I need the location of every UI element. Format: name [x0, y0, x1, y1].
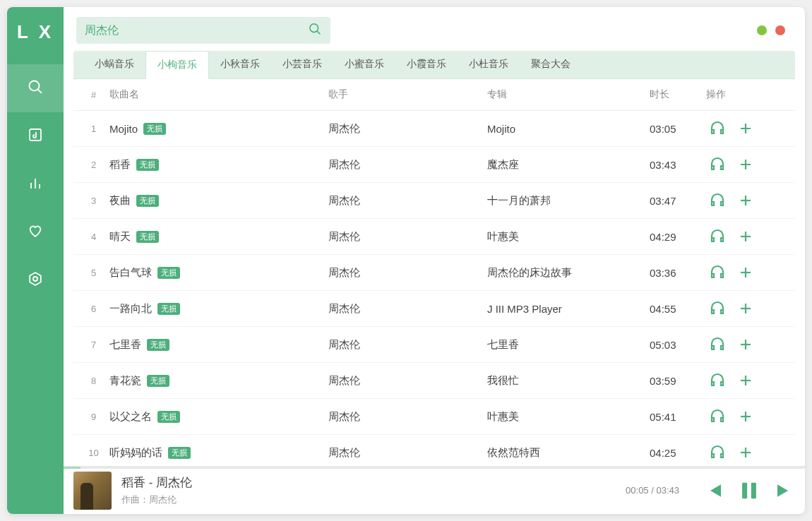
svg-marker-6 — [30, 273, 41, 285]
row-album: 魔杰座 — [487, 158, 650, 172]
add-button[interactable] — [737, 192, 754, 209]
row-index: 2 — [78, 160, 109, 170]
row-song: Mojito无损 — [109, 123, 328, 135]
col-song: 歌曲名 — [109, 88, 328, 101]
table-row[interactable]: 5告白气球无损周杰伦周杰伦的床边故事03:36 — [73, 255, 795, 291]
total-time: 03:43 — [656, 485, 679, 496]
listen-button[interactable] — [709, 300, 726, 317]
row-duration: 03:47 — [650, 195, 706, 207]
listen-button[interactable] — [709, 120, 726, 137]
add-button[interactable] — [737, 120, 754, 137]
listen-button[interactable] — [709, 192, 726, 209]
row-song: 告白气球无损 — [109, 266, 328, 280]
row-song: 晴天无损 — [109, 230, 328, 244]
svg-line-1 — [38, 90, 42, 93]
player-info: 稻香 - 周杰伦 作曲：周杰伦 — [121, 474, 616, 506]
tab-source[interactable]: 小蜜音乐 — [333, 51, 395, 78]
add-button[interactable] — [737, 156, 754, 173]
bar-chart-icon — [27, 174, 44, 194]
table-row[interactable]: 8青花瓷无损周杰伦我很忙03:59 — [73, 363, 795, 399]
quality-badge: 无损 — [157, 411, 180, 423]
row-album: 叶惠美 — [487, 410, 650, 424]
listen-button[interactable] — [709, 336, 726, 353]
elapsed-time: 00:05 — [626, 485, 649, 496]
row-index: 1 — [78, 124, 109, 134]
row-index: 9 — [78, 412, 109, 422]
row-album: 叶惠美 — [487, 230, 650, 244]
row-song: 一路向北无损 — [109, 302, 328, 316]
quality-badge: 无损 — [143, 123, 166, 135]
svg-rect-32 — [742, 482, 747, 498]
listen-button[interactable] — [709, 228, 726, 245]
tab-source[interactable]: 小杜音乐 — [458, 51, 520, 78]
source-tabs: 小蜗音乐小枸音乐小秋音乐小芸音乐小蜜音乐小霞音乐小杜音乐聚合大会 — [73, 51, 795, 79]
add-button[interactable] — [737, 444, 754, 461]
tab-source[interactable]: 小秋音乐 — [209, 51, 271, 78]
row-duration: 03:05 — [650, 123, 706, 135]
player-bar: 稻香 - 周杰伦 作曲：周杰伦 00:05 / 03:43 — [64, 466, 805, 514]
row-index: 3 — [78, 196, 109, 206]
tab-source[interactable]: 聚合大会 — [520, 51, 582, 78]
col-index: # — [78, 90, 109, 100]
album-art[interactable] — [73, 472, 112, 510]
row-actions — [706, 228, 791, 245]
music-note-icon — [27, 126, 44, 146]
next-button[interactable] — [774, 480, 795, 501]
table-row[interactable]: 9以父之名无损周杰伦叶惠美05:41 — [73, 399, 795, 435]
row-artist: 周杰伦 — [328, 230, 487, 244]
search-icon[interactable] — [308, 22, 322, 39]
tab-source[interactable]: 小蜗音乐 — [83, 51, 145, 78]
table-row[interactable]: 10听妈妈的话无损周杰伦依然范特西04:25 — [73, 435, 795, 466]
quality-badge: 无损 — [157, 267, 180, 279]
search-input[interactable] — [85, 24, 308, 37]
now-playing-title: 稻香 - 周杰伦 — [121, 474, 616, 491]
nav-favorites[interactable] — [7, 208, 64, 256]
tab-source[interactable]: 小芸音乐 — [271, 51, 333, 78]
song-name: 听妈妈的话 — [109, 446, 162, 460]
progress-track[interactable] — [64, 467, 805, 469]
table-row[interactable]: 7七里香无损周杰伦七里香05:03 — [73, 327, 795, 363]
song-table: # 歌曲名 歌手 专辑 时长 操作 1Mojito无损周杰伦Mojito03:0… — [64, 79, 805, 466]
main-content: 小蜗音乐小枸音乐小秋音乐小芸音乐小蜜音乐小霞音乐小杜音乐聚合大会 # 歌曲名 歌… — [64, 7, 805, 514]
add-button[interactable] — [737, 264, 754, 281]
listen-button[interactable] — [709, 372, 726, 389]
add-button[interactable] — [737, 408, 754, 425]
svg-point-8 — [310, 24, 318, 32]
nav-search[interactable] — [7, 64, 64, 112]
row-song: 七里香无损 — [109, 338, 328, 352]
close-button[interactable] — [775, 25, 785, 35]
svg-rect-33 — [751, 482, 756, 498]
table-row[interactable]: 6一路向北无损周杰伦J III MP3 Player04:55 — [73, 291, 795, 327]
table-row[interactable]: 3夜曲无损周杰伦十一月的萧邦03:47 — [73, 183, 795, 219]
song-name: 以父之名 — [109, 410, 152, 424]
row-duration: 04:29 — [650, 231, 706, 243]
nav-charts[interactable] — [7, 160, 64, 208]
table-row[interactable]: 1Mojito无损周杰伦Mojito03:05 — [73, 111, 795, 147]
tab-source[interactable]: 小霞音乐 — [395, 51, 458, 78]
listen-button[interactable] — [709, 264, 726, 281]
pause-button[interactable] — [737, 479, 761, 503]
row-actions — [706, 408, 791, 425]
quality-badge: 无损 — [136, 231, 159, 243]
table-row[interactable]: 4晴天无损周杰伦叶惠美04:29 — [73, 219, 795, 255]
player-time: 00:05 / 03:43 — [626, 485, 679, 496]
previous-button[interactable] — [703, 480, 724, 501]
svg-rect-2 — [30, 129, 41, 140]
nav-settings[interactable] — [7, 256, 64, 304]
topbar — [64, 7, 805, 51]
listen-button[interactable] — [709, 408, 726, 425]
tab-source[interactable]: 小枸音乐 — [145, 51, 209, 79]
table-row[interactable]: 2稻香无损周杰伦魔杰座03:43 — [73, 147, 795, 183]
nav-library[interactable] — [7, 112, 64, 160]
add-button[interactable] — [737, 300, 754, 317]
quality-badge: 无损 — [147, 375, 169, 387]
add-button[interactable] — [737, 336, 754, 353]
minimize-button[interactable] — [757, 25, 767, 35]
listen-button[interactable] — [709, 156, 726, 173]
row-album: 依然范特西 — [487, 446, 650, 460]
svg-line-9 — [317, 31, 320, 34]
add-button[interactable] — [737, 372, 754, 389]
row-album: 周杰伦的床边故事 — [487, 266, 650, 280]
listen-button[interactable] — [709, 444, 726, 461]
add-button[interactable] — [737, 228, 754, 245]
